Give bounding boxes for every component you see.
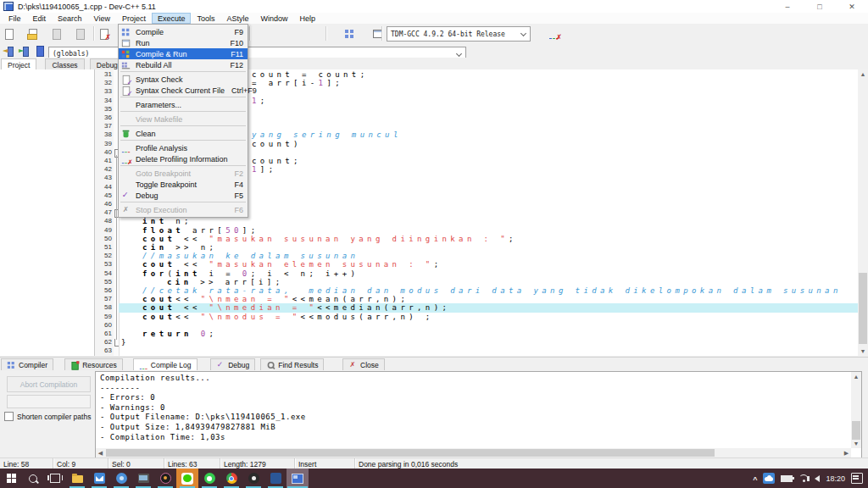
code-line: float arr[50]; bbox=[142, 226, 259, 235]
taskbar-app-line[interactable] bbox=[176, 469, 198, 488]
taskbar-app-mail[interactable] bbox=[88, 469, 110, 488]
menu-edit[interactable]: Edit bbox=[27, 13, 53, 24]
taskbar-app-photos[interactable] bbox=[132, 469, 154, 488]
menu-execute[interactable]: Execute bbox=[152, 13, 192, 24]
class-browser-icon[interactable] bbox=[34, 46, 45, 56]
menu-item-delete-profiling-information[interactable]: Delete Profiling Information bbox=[119, 153, 248, 164]
taskbar-app-chrome[interactable] bbox=[220, 469, 242, 488]
nav-forward-icon[interactable] bbox=[19, 46, 30, 56]
editor-scroll-thumb[interactable] bbox=[859, 273, 867, 344]
menu-project[interactable]: Project bbox=[116, 13, 152, 24]
taskbar-app-search[interactable] bbox=[22, 469, 44, 488]
taskbar-app-dev-cpp[interactable] bbox=[287, 469, 309, 488]
taskbar-app-blue-circle-app[interactable] bbox=[110, 469, 132, 488]
menu-item-debug[interactable]: DebugF5 bbox=[119, 190, 248, 201]
project-panel bbox=[0, 69, 95, 356]
menu-item-run[interactable]: RunF10 bbox=[119, 37, 248, 48]
onedrive-cloud-icon[interactable] bbox=[763, 473, 775, 484]
menu-item-shortcut: F10 bbox=[223, 39, 243, 47]
menu-search[interactable]: Search bbox=[52, 13, 88, 24]
log-scroll-thumb[interactable] bbox=[852, 421, 860, 440]
editor-vertical-scrollbar[interactable]: ▲ ▼ bbox=[858, 69, 868, 356]
chevron-up-icon[interactable]: ^ bbox=[753, 475, 757, 484]
close-file-icon[interactable] bbox=[98, 29, 109, 39]
taskbar-app-word[interactable] bbox=[264, 469, 287, 488]
line-icon bbox=[181, 473, 193, 485]
log-horizontal-scrollbar[interactable]: ◀ ▶ bbox=[96, 448, 851, 458]
taskbar-app-task-view[interactable] bbox=[44, 469, 66, 488]
grid-icon bbox=[121, 27, 131, 36]
menu-item-parameters[interactable]: Parameters... bbox=[119, 99, 248, 110]
scroll-down-arrow-icon[interactable]: ▼ bbox=[858, 347, 868, 356]
menu-item-syntax-check-current-file[interactable]: Syntax Check Current FileCtrl+F9 bbox=[119, 85, 248, 96]
xred-icon bbox=[348, 361, 357, 369]
checkbox-box[interactable] bbox=[4, 412, 14, 421]
menu-item-label: Delete Profiling Information bbox=[136, 155, 228, 164]
tab-label: Find Results bbox=[278, 361, 318, 369]
taskbar-app-camera-app[interactable] bbox=[154, 469, 176, 488]
line-number: 52 bbox=[95, 252, 112, 260]
nav-back-icon[interactable] bbox=[3, 46, 14, 56]
menu-item-label: Compile & Run bbox=[136, 50, 187, 58]
menu-item-syntax-check[interactable]: Syntax Check bbox=[119, 74, 248, 85]
scroll-up-arrow-icon[interactable]: ▲ bbox=[858, 69, 868, 79]
taskbar: ^18:20 bbox=[0, 469, 868, 488]
scroll-left-arrow-icon[interactable]: ◀ bbox=[96, 448, 105, 458]
menu-tools[interactable]: Tools bbox=[191, 13, 220, 24]
menu-item-label: Rebuild All bbox=[136, 61, 172, 69]
close-button[interactable]: ✕ bbox=[836, 0, 868, 13]
abort-compilation-button[interactable]: Abort Compilation bbox=[7, 376, 91, 392]
tray-clock[interactable]: 18:20 bbox=[826, 474, 845, 483]
taskbar-app-whatsapp[interactable] bbox=[198, 469, 220, 488]
menu-astyle[interactable]: AStyle bbox=[220, 13, 254, 24]
menu-item-label: Debug bbox=[136, 191, 159, 200]
scroll-down-arrow-icon[interactable]: ▼ bbox=[851, 439, 861, 448]
open-file-icon[interactable] bbox=[27, 29, 38, 39]
battery-icon[interactable] bbox=[781, 475, 793, 482]
menu-item-stop-execution: Stop ExecutionF6 bbox=[119, 204, 248, 215]
action-center-icon[interactable] bbox=[851, 473, 863, 484]
delete-profiling-information-icon[interactable] bbox=[548, 29, 559, 39]
log-hscroll-thumb[interactable] bbox=[106, 449, 715, 457]
menu-item-rebuild-all[interactable]: Rebuild AllF12 bbox=[119, 59, 248, 70]
log-line: - Compilation Time: 1,03s bbox=[100, 433, 849, 443]
menu-item-profile-analysis[interactable]: Profile Analysis bbox=[119, 142, 248, 153]
shorten-compiler-paths-checkbox[interactable]: Shorten compiler paths bbox=[4, 412, 91, 421]
line-number: 49 bbox=[95, 226, 112, 235]
menu-item-toggle-breakpoint[interactable]: Toggle BreakpointF4 bbox=[119, 179, 248, 190]
menu-view[interactable]: View bbox=[88, 13, 116, 24]
maximize-button[interactable]: □ bbox=[804, 0, 836, 13]
menu-window[interactable]: Window bbox=[255, 13, 294, 24]
menu-item-clean[interactable]: Clean bbox=[119, 128, 248, 139]
minimize-button[interactable]: – bbox=[771, 0, 804, 13]
menu-item-compile[interactable]: CompileF9 bbox=[119, 26, 248, 37]
log-vertical-scrollbar[interactable]: ▲ ▼ bbox=[851, 372, 861, 448]
panel-tab-project[interactable]: Project bbox=[1, 58, 36, 70]
new-file-icon[interactable] bbox=[3, 29, 14, 39]
line-number: 44 bbox=[95, 183, 112, 191]
menu-help[interactable]: Help bbox=[294, 13, 322, 24]
compile-icon[interactable] bbox=[344, 29, 355, 39]
menu-item-compile-run[interactable]: Compile & RunF11 bbox=[119, 48, 248, 59]
line-number: 62 bbox=[95, 338, 112, 347]
code-line: 1; bbox=[252, 97, 269, 105]
scroll-up-arrow-icon[interactable]: ▲ bbox=[851, 372, 861, 381]
save-icon[interactable] bbox=[51, 29, 62, 39]
fold-close-icon[interactable] bbox=[114, 339, 119, 347]
line-number: 58 bbox=[95, 303, 112, 312]
taskbar-app-dark-circle-app[interactable] bbox=[242, 469, 264, 488]
editor-gutter[interactable]: 3132333435363738394041424344454647484950… bbox=[95, 69, 114, 356]
compiler-profile-select[interactable]: TDM-GCC 4.9.2 64-bit Release bbox=[387, 26, 531, 42]
menu-icon-spacer bbox=[121, 169, 131, 177]
taskbar-app-start[interactable] bbox=[0, 469, 22, 488]
scroll-right-arrow-icon[interactable]: ▶ bbox=[842, 448, 851, 458]
line-number: 55 bbox=[95, 278, 112, 286]
taskbar-app-file-explorer[interactable] bbox=[66, 469, 88, 488]
save-all-icon[interactable] bbox=[75, 29, 86, 39]
toolbar-separator bbox=[249, 26, 251, 41]
panel-tab-classes[interactable]: Classes bbox=[45, 58, 84, 70]
line-number: 59 bbox=[95, 313, 112, 321]
menu-bar: FileEditSearchViewProjectExecuteToolsASt… bbox=[0, 13, 868, 25]
speaker-icon[interactable] bbox=[815, 475, 820, 482]
menu-file[interactable]: File bbox=[3, 13, 27, 24]
